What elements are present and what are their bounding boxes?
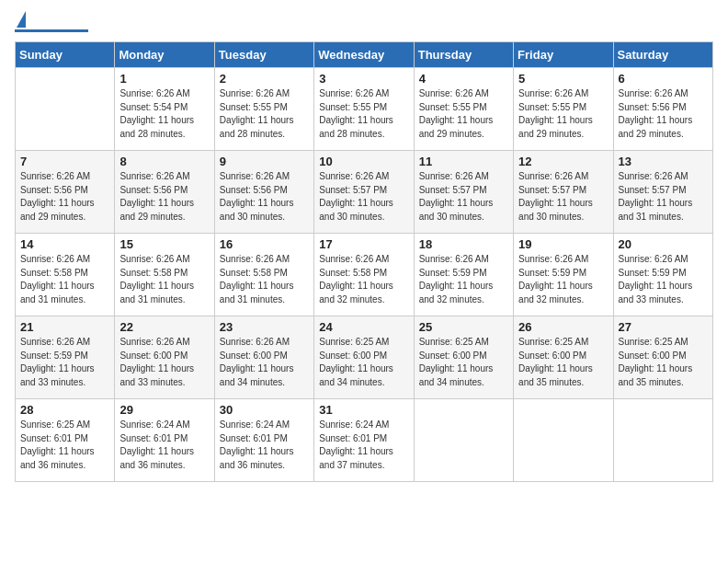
day-info: Sunrise: 6:26 AM Sunset: 5:55 PM Dayligh… xyxy=(220,87,309,141)
calendar-week-row: 7Sunrise: 6:26 AM Sunset: 5:56 PM Daylig… xyxy=(16,151,713,234)
day-info: Sunrise: 6:26 AM Sunset: 5:56 PM Dayligh… xyxy=(20,170,109,224)
calendar-cell: 17Sunrise: 6:26 AM Sunset: 5:58 PM Dayli… xyxy=(314,234,414,316)
calendar-cell xyxy=(16,68,115,151)
day-number: 27 xyxy=(619,320,708,334)
calendar-cell: 18Sunrise: 6:26 AM Sunset: 5:59 PM Dayli… xyxy=(414,234,513,316)
day-number: 17 xyxy=(319,237,408,251)
day-number: 19 xyxy=(518,237,608,251)
day-number: 28 xyxy=(20,403,109,417)
day-number: 31 xyxy=(319,403,408,417)
calendar-cell: 14Sunrise: 6:26 AM Sunset: 5:58 PM Dayli… xyxy=(16,234,115,316)
day-info: Sunrise: 6:26 AM Sunset: 5:58 PM Dayligh… xyxy=(20,253,109,306)
day-info: Sunrise: 6:26 AM Sunset: 6:00 PM Dayligh… xyxy=(119,336,209,389)
day-info: Sunrise: 6:26 AM Sunset: 5:57 PM Dayligh… xyxy=(319,170,408,224)
column-header-tuesday: Tuesday xyxy=(214,42,313,68)
day-number: 30 xyxy=(220,403,309,417)
day-number: 1 xyxy=(119,72,209,86)
day-number: 12 xyxy=(518,155,608,168)
day-info: Sunrise: 6:26 AM Sunset: 5:59 PM Dayligh… xyxy=(419,253,508,306)
calendar-cell: 5Sunrise: 6:26 AM Sunset: 5:55 PM Daylig… xyxy=(514,68,613,151)
day-info: Sunrise: 6:26 AM Sunset: 5:56 PM Dayligh… xyxy=(619,87,708,141)
calendar-cell: 30Sunrise: 6:24 AM Sunset: 6:01 PM Dayli… xyxy=(214,399,313,482)
day-number: 9 xyxy=(220,155,309,168)
calendar-cell: 3Sunrise: 6:26 AM Sunset: 5:55 PM Daylig… xyxy=(314,68,414,151)
day-info: Sunrise: 6:26 AM Sunset: 5:56 PM Dayligh… xyxy=(220,170,309,224)
logo xyxy=(15,15,88,32)
day-info: Sunrise: 6:26 AM Sunset: 5:58 PM Dayligh… xyxy=(319,253,408,306)
calendar-cell: 13Sunrise: 6:26 AM Sunset: 5:57 PM Dayli… xyxy=(613,151,712,234)
calendar-cell xyxy=(613,399,712,482)
calendar-cell: 4Sunrise: 6:26 AM Sunset: 5:55 PM Daylig… xyxy=(414,68,513,151)
day-info: Sunrise: 6:24 AM Sunset: 6:01 PM Dayligh… xyxy=(119,419,209,472)
day-number: 26 xyxy=(518,320,608,334)
calendar-cell: 26Sunrise: 6:25 AM Sunset: 6:00 PM Dayli… xyxy=(514,316,613,399)
day-number: 8 xyxy=(119,155,209,168)
column-header-sunday: Sunday xyxy=(16,42,115,68)
calendar-cell xyxy=(414,399,513,482)
day-info: Sunrise: 6:26 AM Sunset: 5:55 PM Dayligh… xyxy=(319,87,408,141)
calendar-cell: 23Sunrise: 6:26 AM Sunset: 6:00 PM Dayli… xyxy=(214,316,313,399)
calendar-cell: 28Sunrise: 6:25 AM Sunset: 6:01 PM Dayli… xyxy=(16,399,115,482)
calendar-cell: 21Sunrise: 6:26 AM Sunset: 5:59 PM Dayli… xyxy=(16,316,115,399)
day-info: Sunrise: 6:25 AM Sunset: 6:00 PM Dayligh… xyxy=(319,336,408,389)
day-number: 6 xyxy=(619,72,708,86)
calendar-header-row: SundayMondayTuesdayWednesdayThursdayFrid… xyxy=(16,42,713,68)
calendar-cell xyxy=(514,399,613,482)
calendar-cell: 27Sunrise: 6:25 AM Sunset: 6:00 PM Dayli… xyxy=(613,316,712,399)
calendar-cell: 15Sunrise: 6:26 AM Sunset: 5:58 PM Dayli… xyxy=(115,234,214,316)
day-info: Sunrise: 6:25 AM Sunset: 6:01 PM Dayligh… xyxy=(20,419,109,472)
page-header xyxy=(15,15,713,32)
day-info: Sunrise: 6:26 AM Sunset: 5:59 PM Dayligh… xyxy=(518,253,608,306)
calendar-week-row: 21Sunrise: 6:26 AM Sunset: 5:59 PM Dayli… xyxy=(16,316,713,399)
calendar-cell: 11Sunrise: 6:26 AM Sunset: 5:57 PM Dayli… xyxy=(414,151,513,234)
calendar-cell: 1Sunrise: 6:26 AM Sunset: 5:54 PM Daylig… xyxy=(115,68,214,151)
calendar-cell: 22Sunrise: 6:26 AM Sunset: 6:00 PM Dayli… xyxy=(115,316,214,399)
day-info: Sunrise: 6:26 AM Sunset: 6:00 PM Dayligh… xyxy=(220,336,309,389)
day-number: 25 xyxy=(419,320,508,334)
day-number: 22 xyxy=(119,320,209,334)
day-number: 20 xyxy=(619,237,708,251)
calendar-week-row: 14Sunrise: 6:26 AM Sunset: 5:58 PM Dayli… xyxy=(16,234,713,316)
day-number: 5 xyxy=(518,72,608,86)
logo-triangle-icon xyxy=(17,11,26,28)
day-number: 14 xyxy=(20,237,109,251)
day-info: Sunrise: 6:26 AM Sunset: 5:58 PM Dayligh… xyxy=(119,253,209,306)
day-number: 21 xyxy=(20,320,109,334)
calendar-cell: 6Sunrise: 6:26 AM Sunset: 5:56 PM Daylig… xyxy=(613,68,712,151)
day-info: Sunrise: 6:26 AM Sunset: 5:57 PM Dayligh… xyxy=(619,170,708,224)
calendar-cell: 7Sunrise: 6:26 AM Sunset: 5:56 PM Daylig… xyxy=(16,151,115,234)
calendar-cell: 29Sunrise: 6:24 AM Sunset: 6:01 PM Dayli… xyxy=(115,399,214,482)
calendar-cell: 20Sunrise: 6:26 AM Sunset: 5:59 PM Dayli… xyxy=(613,234,712,316)
day-info: Sunrise: 6:24 AM Sunset: 6:01 PM Dayligh… xyxy=(220,419,309,472)
day-info: Sunrise: 6:25 AM Sunset: 6:00 PM Dayligh… xyxy=(419,336,508,389)
day-info: Sunrise: 6:24 AM Sunset: 6:01 PM Dayligh… xyxy=(319,419,408,472)
day-info: Sunrise: 6:26 AM Sunset: 5:59 PM Dayligh… xyxy=(619,253,708,306)
day-number: 15 xyxy=(119,237,209,251)
calendar-cell: 9Sunrise: 6:26 AM Sunset: 5:56 PM Daylig… xyxy=(214,151,313,234)
day-info: Sunrise: 6:26 AM Sunset: 5:54 PM Dayligh… xyxy=(119,87,209,141)
calendar-cell: 25Sunrise: 6:25 AM Sunset: 6:00 PM Dayli… xyxy=(414,316,513,399)
day-number: 2 xyxy=(220,72,309,86)
column-header-friday: Friday xyxy=(514,42,613,68)
calendar-cell: 31Sunrise: 6:24 AM Sunset: 6:01 PM Dayli… xyxy=(314,399,414,482)
day-info: Sunrise: 6:26 AM Sunset: 5:56 PM Dayligh… xyxy=(119,170,209,224)
column-header-saturday: Saturday xyxy=(613,42,712,68)
logo-underline xyxy=(15,29,88,32)
day-info: Sunrise: 6:26 AM Sunset: 5:55 PM Dayligh… xyxy=(518,87,608,141)
day-info: Sunrise: 6:26 AM Sunset: 5:58 PM Dayligh… xyxy=(220,253,309,306)
day-info: Sunrise: 6:25 AM Sunset: 6:00 PM Dayligh… xyxy=(619,336,708,389)
day-info: Sunrise: 6:26 AM Sunset: 5:59 PM Dayligh… xyxy=(20,336,109,389)
day-number: 7 xyxy=(20,155,109,168)
day-number: 3 xyxy=(319,72,408,86)
calendar-cell: 2Sunrise: 6:26 AM Sunset: 5:55 PM Daylig… xyxy=(214,68,313,151)
day-number: 16 xyxy=(220,237,309,251)
day-number: 10 xyxy=(319,155,408,168)
calendar-table: SundayMondayTuesdayWednesdayThursdayFrid… xyxy=(15,41,713,482)
calendar-cell: 12Sunrise: 6:26 AM Sunset: 5:57 PM Dayli… xyxy=(514,151,613,234)
day-info: Sunrise: 6:26 AM Sunset: 5:55 PM Dayligh… xyxy=(419,87,508,141)
day-number: 29 xyxy=(119,403,209,417)
calendar-cell: 24Sunrise: 6:25 AM Sunset: 6:00 PM Dayli… xyxy=(314,316,414,399)
day-number: 4 xyxy=(419,72,508,86)
day-info: Sunrise: 6:25 AM Sunset: 6:00 PM Dayligh… xyxy=(518,336,608,389)
day-number: 24 xyxy=(319,320,408,334)
